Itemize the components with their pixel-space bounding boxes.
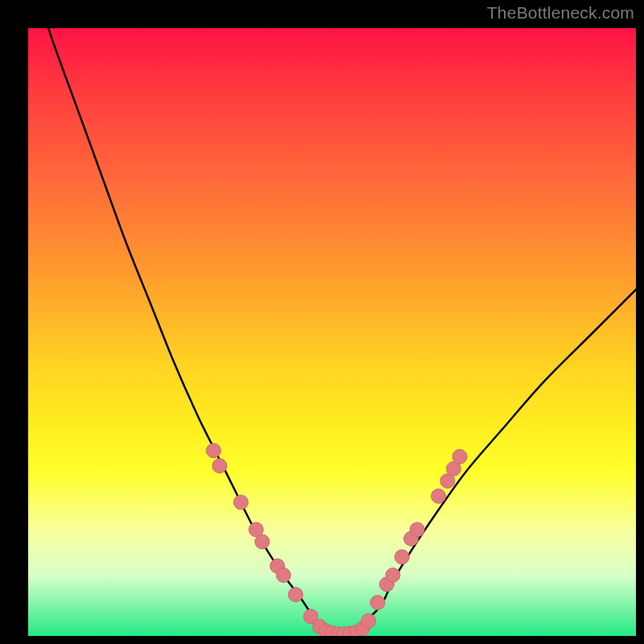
curve-marker — [410, 522, 424, 537]
curve-marker — [452, 449, 467, 464]
chart-frame: TheBottleneck.com — [0, 0, 644, 644]
curve-marker — [361, 613, 376, 628]
curve-markers — [206, 444, 467, 636]
curve-marker — [431, 489, 446, 503]
curve-marker — [276, 568, 291, 583]
curve-marker — [233, 495, 248, 510]
curve-marker — [288, 588, 303, 602]
curve-marker — [213, 459, 227, 473]
chart-overlay — [28, 28, 636, 636]
curve-marker — [255, 535, 270, 549]
curve-marker — [206, 444, 221, 458]
curve-marker — [386, 568, 400, 583]
curve-marker — [394, 550, 409, 564]
bottleneck-curve — [28, 28, 636, 634]
watermark-text: TheBottleneck.com — [487, 3, 634, 23]
curve-marker — [370, 595, 385, 609]
